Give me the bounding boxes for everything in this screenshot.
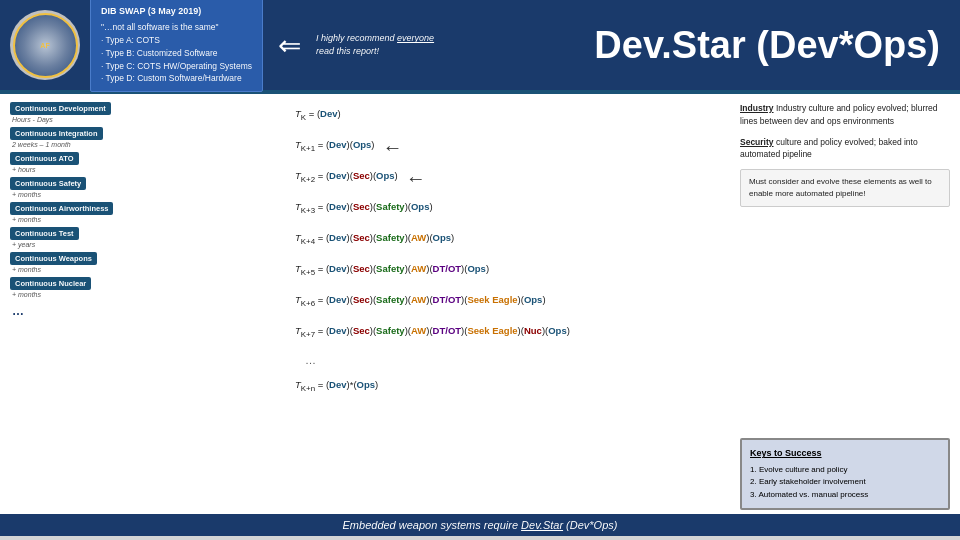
dibswap-line1: "…not all software is the same" [101, 21, 252, 34]
formula-row-1: TK+1 = (Dev)(Ops) ← [295, 133, 730, 161]
row-airworthiness: Continuous Airworthiness + months [10, 202, 290, 223]
af-seal: AF [10, 10, 80, 80]
row-ato: Continuous ATO + hours [10, 152, 290, 173]
badge-test: Continuous Test [10, 227, 79, 240]
sub-integration: 2 weeks – 1 month [10, 141, 290, 148]
formula-5: TK+5 = (Dev)(Sec)(Safety)(AW)(DT/OT)(Ops… [295, 263, 489, 278]
keys-item-1: 1. Evolve culture and policy [750, 464, 940, 477]
dibswap-line5: · Type D: Custom Software/Hardware [101, 72, 252, 85]
arrow-formula-1: ← [383, 134, 403, 160]
formula-1: TK+1 = (Dev)(Ops) [295, 139, 375, 154]
page-title: Dev.Star (Dev*Ops) [594, 24, 950, 67]
recommend-text: I highly recommend everyone read this re… [316, 32, 436, 57]
sub-development: Hours - Days [10, 116, 290, 123]
formula-2: TK+2 = (Dev)(Sec)(Ops) [295, 170, 398, 185]
row-weapons: Continuous Weapons + months [10, 252, 290, 273]
sub-nuclear: + months [10, 291, 290, 298]
arrow-formula-2: ← [406, 165, 426, 191]
formula-final: TK+n = (Dev)*(Ops) [295, 379, 378, 394]
badge-integration: Continuous Integration [10, 127, 103, 140]
info-industry: Industry Industry culture and policy evo… [740, 102, 950, 128]
badge-ato: Continuous ATO [10, 152, 79, 165]
footer-bottom: I n t e g r i t y - S e r v i c e - E x … [0, 536, 960, 540]
header: AF DIB SWAP (3 May 2019) "…not all softw… [0, 0, 960, 90]
formula-4: TK+4 = (Dev)(Sec)(Safety)(AW)(Ops) [295, 232, 454, 247]
sub-safety: + months [10, 191, 290, 198]
badge-nuclear: Continuous Nuclear [10, 277, 91, 290]
security-label: Security [740, 137, 774, 147]
dibswap-line2: · Type A: COTS [101, 34, 252, 47]
footer-main: Embedded weapon systems require Dev.Star… [0, 514, 960, 536]
seal-inner: AF [13, 13, 78, 78]
row-development: Continuous Development Hours - Days [10, 102, 290, 123]
must-consider-text: Must consider and evolve these elements … [749, 177, 932, 198]
main-content: Continuous Development Hours - Days Cont… [0, 94, 960, 514]
row-integration: Continuous Integration 2 weeks – 1 month [10, 127, 290, 148]
row-safety: Continuous Safety + months [10, 177, 290, 198]
left-column: Continuous Development Hours - Days Cont… [10, 102, 290, 510]
dibswap-box: DIB SWAP (3 May 2019) "…not all software… [90, 0, 263, 92]
formula-dots-row: … [295, 350, 730, 370]
recommend-label: I highly recommend everyone read this re… [316, 33, 434, 56]
formula-row-3: TK+3 = (Dev)(Sec)(Safety)(Ops) [295, 195, 730, 223]
arrow-icon: ⇐ [278, 29, 301, 62]
badge-development: Continuous Development [10, 102, 111, 115]
dibswap-line4: · Type C: COTS HW/Operating Systems [101, 60, 252, 73]
keys-to-success-box: Keys to Success 1. Evolve culture and po… [740, 438, 950, 510]
must-consider-box: Must consider and evolve these elements … [740, 169, 950, 207]
sub-test: + years [10, 241, 290, 248]
formula-row-7: TK+7 = (Dev)(Sec)(Safety)(AW)(DT/OT)(See… [295, 319, 730, 347]
dibswap-line3: · Type B: Customized Software [101, 47, 252, 60]
formula-6: TK+6 = (Dev)(Sec)(Safety)(AW)(DT/OT)(See… [295, 294, 546, 309]
industry-label: Industry [740, 103, 774, 113]
info-security: Security culture and policy evolved; bak… [740, 136, 950, 162]
dibswap-title: DIB SWAP (3 May 2019) [101, 5, 252, 19]
formula-dots: … [295, 354, 316, 366]
formula-7: TK+7 = (Dev)(Sec)(Safety)(AW)(DT/OT)(See… [295, 325, 570, 340]
keys-item-3: 3. Automated vs. manual process [750, 489, 940, 502]
formula-row-0: TK = (Dev) [295, 102, 730, 130]
formula-0: TK = (Dev) [295, 108, 341, 123]
row-nuclear: Continuous Nuclear + months [10, 277, 290, 298]
badge-airworthiness: Continuous Airworthiness [10, 202, 113, 215]
keys-title: Keys to Success [750, 446, 940, 460]
info-column: Industry Industry culture and policy evo… [730, 102, 950, 510]
sub-ato: + hours [10, 166, 290, 173]
sub-airworthiness: + months [10, 216, 290, 223]
formula-row-6: TK+6 = (Dev)(Sec)(Safety)(AW)(DT/OT)(See… [295, 288, 730, 316]
formula-3: TK+3 = (Dev)(Sec)(Safety)(Ops) [295, 201, 433, 216]
formula-row-final: TK+n = (Dev)*(Ops) [295, 373, 730, 401]
formula-column: TK = (Dev) TK+1 = (Dev)(Ops) ← TK+2 = (D… [290, 102, 730, 510]
dots-badge: … [10, 304, 290, 318]
badge-weapons: Continuous Weapons [10, 252, 97, 265]
formula-row-5: TK+5 = (Dev)(Sec)(Safety)(AW)(DT/OT)(Ops… [295, 257, 730, 285]
badge-safety: Continuous Safety [10, 177, 86, 190]
sub-weapons: + months [10, 266, 290, 273]
row-test: Continuous Test + years [10, 227, 290, 248]
formula-row-4: TK+4 = (Dev)(Sec)(Safety)(AW)(Ops) [295, 226, 730, 254]
keys-item-2: 2. Early stakeholder involvement [750, 476, 940, 489]
seal-label: AF [40, 42, 49, 49]
footer-main-text: Embedded weapon systems require Dev.Star… [343, 519, 618, 531]
formula-row-2: TK+2 = (Dev)(Sec)(Ops) ← [295, 164, 730, 192]
row-dots: … [10, 304, 290, 318]
